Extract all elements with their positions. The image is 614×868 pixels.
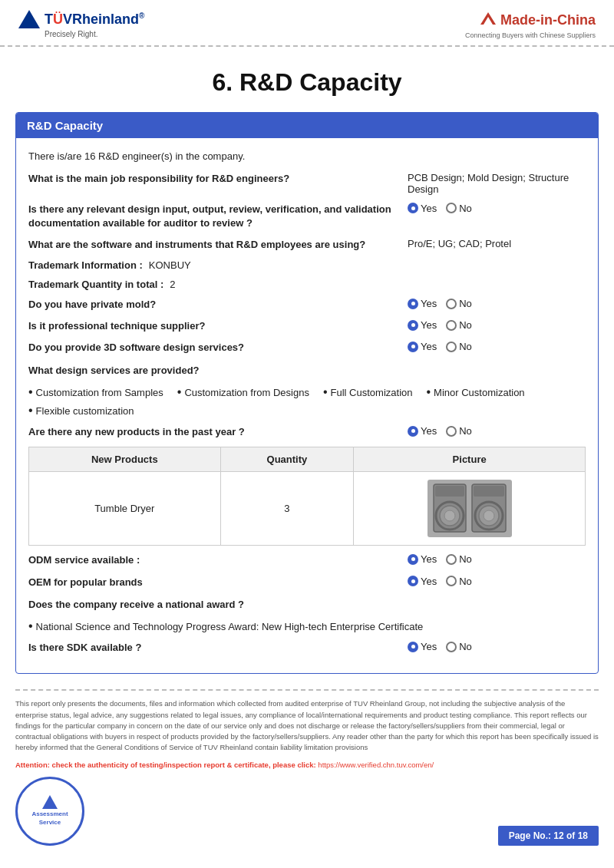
3d-yes[interactable]: Yes (408, 341, 437, 352)
pm-no-radio (446, 299, 457, 309)
tuv-brand-text: TÜVRheinland® (45, 12, 144, 28)
new-products-row: Are there any new products in the past y… (28, 425, 586, 439)
q3-answer: Pro/E; UG; CAD; Protel (408, 238, 586, 249)
q1-answer: PCB Design; Mold Design; Structure Desig… (408, 172, 586, 195)
pm-no-label: No (459, 298, 472, 309)
page-number: Page No.: 12 of 18 (498, 826, 599, 846)
new-products-radio: Yes No (408, 425, 586, 437)
sdk-no[interactable]: No (446, 641, 472, 652)
sdk-no-label: No (459, 641, 472, 652)
sdk-radio-group: Yes No (408, 641, 586, 652)
np-no-label: No (459, 425, 472, 437)
oem-radio-group: Yes No (408, 576, 586, 587)
3d-radio: Yes No (408, 341, 586, 352)
stamp-triangle-icon (42, 795, 58, 809)
trademark-row: Trademark Information : KONBUY (28, 259, 586, 271)
design-service-label-4: Flexible customization (36, 405, 134, 417)
national-award-value: National Science and Technology Progress… (36, 621, 424, 632)
oem-answer: Yes No (408, 576, 586, 587)
sdk-no-radio (446, 642, 457, 652)
page-title: 6. R&D Capacity (0, 47, 614, 112)
design-service-2: • Full Customization (323, 385, 413, 399)
q1-row: What is the main job responsibility for … (28, 172, 586, 195)
tuv-logo: TÜVRheinland® Precisely Right. (18, 10, 144, 38)
page-header: TÜVRheinland® Precisely Right. Made-in-C… (0, 0, 614, 47)
np-no[interactable]: No (446, 425, 472, 437)
trademark-qty-value: 2 (170, 279, 175, 290)
odm-answer: Yes No (408, 553, 586, 565)
pt-no-label: No (459, 319, 472, 331)
mic-subtitle: Connecting Buyers with Chinese Suppliers (465, 31, 596, 39)
pm-no[interactable]: No (446, 298, 472, 309)
odm-no-radio (446, 554, 457, 565)
np-no-radio (446, 426, 457, 437)
bullet-dot-2: • (323, 385, 328, 399)
sdk-yes[interactable]: Yes (408, 641, 437, 652)
national-award-label: Does the company receive a national awar… (28, 597, 586, 612)
np-yes-label: Yes (421, 425, 437, 437)
footer-link-prefix: Attention: check the authenticity of tes… (15, 761, 318, 769)
pt-no[interactable]: No (446, 319, 472, 331)
sdk-yes-label: Yes (421, 641, 437, 652)
pt-yes-radio (408, 320, 418, 331)
private-mold-answer: Yes No (408, 298, 586, 309)
mic-brand-text: Made-in-China (500, 12, 596, 28)
q2-row: Is there any relevant design input, outp… (28, 203, 586, 230)
3d-no[interactable]: No (446, 341, 472, 352)
pm-yes[interactable]: Yes (408, 298, 437, 309)
mic-logo-icon (477, 9, 499, 31)
odm-no-label: No (459, 553, 472, 565)
tuv-subtitle: Precisely Right. (45, 30, 144, 38)
odm-yes-label: Yes (421, 553, 437, 565)
new-products-text: Are there any new products in the past y… (28, 425, 404, 439)
bullet-dot-1: • (177, 385, 182, 399)
3d-design-text: Do you provide 3D software design servic… (28, 341, 404, 355)
np-yes-radio (408, 426, 418, 437)
q2-text: Is there any relevant design input, outp… (28, 203, 404, 230)
footer-bottom: AssessmentService Page No.: 12 of 18 (0, 777, 614, 853)
table-header-row: New Products Quantity Picture (29, 447, 586, 472)
national-award-dot: • (28, 619, 33, 633)
design-service-label-0: Customization from Samples (36, 387, 163, 398)
trademark-value: KONBUY (149, 259, 191, 271)
oem-no-label: No (459, 576, 472, 587)
odm-yes[interactable]: Yes (408, 553, 437, 565)
odm-row: ODM service available : Yes No (28, 553, 586, 567)
pt-yes-label: Yes (421, 319, 437, 331)
q2-yes-option[interactable]: Yes (408, 203, 437, 214)
oem-no[interactable]: No (446, 576, 472, 587)
footer-disclaimer: This report only presents the documents,… (0, 698, 614, 753)
pt-radio: Yes No (408, 319, 586, 331)
trademark-qty-label: Trademark Quantity in total : (28, 279, 163, 290)
q2-no-option[interactable]: No (446, 203, 472, 214)
main-content: R&D Capacity There is/are 16 R&D enginee… (0, 112, 614, 674)
pt-no-radio (446, 320, 457, 331)
section-body: There is/are 16 R&D engineer(s) in the c… (16, 138, 598, 673)
bullet-dot-3: • (427, 385, 431, 399)
pt-yes[interactable]: Yes (408, 319, 437, 331)
q3-row: What are the software and instruments th… (28, 238, 586, 252)
oem-yes[interactable]: Yes (408, 576, 437, 587)
design-services-label: What design services are provided? (28, 363, 586, 378)
design-service-label-2: Full Customization (331, 387, 413, 398)
section-header: R&D Capacity (16, 113, 598, 138)
3d-yes-radio (408, 342, 418, 352)
mic-logo: Made-in-China Connecting Buyers with Chi… (465, 9, 596, 39)
bullet-dot-0: • (28, 385, 33, 399)
col-header-quantity: Quantity (220, 447, 354, 472)
svg-rect-2 (435, 486, 464, 497)
3d-design-row: Do you provide 3D software design servic… (28, 341, 586, 355)
dryer-svg (427, 480, 512, 537)
np-yes[interactable]: Yes (408, 425, 437, 437)
q2-no-radio (446, 203, 457, 213)
q3-text: What are the software and instruments th… (28, 238, 404, 252)
pm-yes-label: Yes (421, 298, 437, 309)
design-service-3: • Minor Customization (427, 385, 525, 399)
odm-no[interactable]: No (446, 553, 472, 565)
private-mold-row: Do you have private mold? Yes No (28, 298, 586, 312)
pro-technique-answer: Yes No (408, 319, 586, 331)
footer-link-url[interactable]: https://www.verified.chn.tuv.com/en/ (318, 761, 434, 769)
sdk-row: Is there SDK available ? Yes No (28, 641, 586, 655)
oem-yes-label: Yes (421, 576, 437, 587)
footer-divider (15, 689, 599, 691)
